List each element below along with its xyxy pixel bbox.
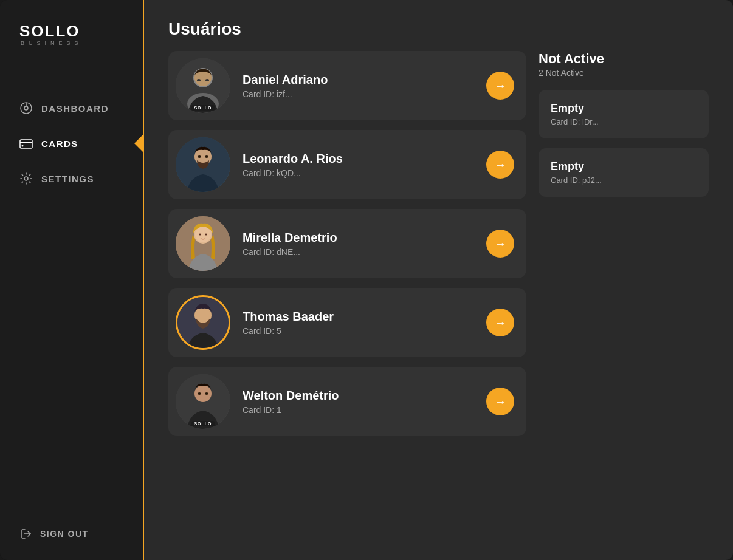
svg-point-30 [194,385,212,402]
sidebar-item-cards[interactable]: CARDS [0,128,143,159]
svg-rect-6 [20,142,32,143]
user-cardid-welton: Card ID: 1 [243,405,474,415]
avatar-welton: SOLLO [176,374,230,429]
sidebar-bottom: SIGN OUT [0,513,143,560]
user-card-mirella[interactable]: Mirella Demetrio Card ID: dNE... → [168,209,526,278]
page-title: Usuários [168,19,709,39]
arrow-icon-leonardo: → [494,158,506,172]
svg-text:BUSINESS: BUSINESS [21,40,83,46]
svg-rect-5 [20,140,32,148]
avatar-thomas [176,295,230,350]
user-card-leonardo[interactable]: Leonardo A. Rios Card ID: kQD... → [168,130,526,199]
arrow-button-welton[interactable]: → [486,388,514,415]
arrow-icon-mirella: → [494,237,506,251]
svg-point-7 [22,145,24,147]
user-info-thomas: Thomas Baader Card ID: 5 [243,310,474,336]
settings-label: SETTINGS [41,174,94,184]
settings-icon [19,172,33,185]
svg-point-32 [205,392,208,395]
svg-point-24 [195,227,211,242]
user-name-thomas: Thomas Baader [243,310,474,324]
user-card-thomas[interactable]: Thomas Baader Card ID: 5 → [168,288,526,357]
svg-point-25 [199,234,201,236]
main-content: Usuários [144,0,733,560]
svg-text:SOLLO: SOLLO [19,22,80,40]
user-name-daniel: Daniel Adriano [243,73,474,87]
avatar-mirella [176,216,230,271]
user-info-daniel: Daniel Adriano Card ID: izf... [243,73,474,99]
empty-card-id-2: Card ID: pJ2... [551,176,697,185]
svg-point-20 [205,155,208,158]
avatar-leonardo [176,137,230,192]
sidebar-item-dashboard[interactable]: DASHBOARD [0,93,143,123]
cards-icon [19,137,33,150]
empty-card-2[interactable]: Empty Card ID: pJ2... [539,148,709,197]
user-cardid-leonardo: Card ID: kQD... [243,168,474,178]
signout-label: SIGN OUT [40,529,89,539]
svg-point-18 [194,148,212,165]
user-info-mirella: Mirella Demetrio Card ID: dNE... [243,231,474,257]
empty-card-1[interactable]: Empty Card ID: lDr... [539,90,709,138]
user-card-daniel[interactable]: SOLLO Daniel Adriano Card ID: izf... → [168,51,526,120]
not-active-title: Not Active [539,51,709,67]
signout-button[interactable]: SIGN OUT [19,527,128,541]
user-cardid-thomas: Card ID: 5 [243,326,474,336]
user-name-welton: Welton Demétrio [243,389,474,403]
svg-point-8 [24,177,28,180]
user-info-leonardo: Leonardo A. Rios Card ID: kQD... [243,152,474,178]
arrow-button-daniel[interactable]: → [486,72,514,100]
svg-point-26 [205,234,207,236]
sidebar-nav: DASHBOARD CARDS [0,69,143,513]
signout-icon [19,527,33,541]
logo-text: SOLLO BUSINESS [19,19,105,49]
avatar-daniel: SOLLO [176,58,230,113]
user-cardid-mirella: Card ID: dNE... [243,247,474,257]
sidebar-item-settings[interactable]: SETTINGS [0,163,143,194]
user-card-welton[interactable]: SOLLO Welton Demétrio Card ID: 1 → [168,367,526,436]
empty-card-title-1: Empty [551,102,697,115]
svg-point-16 [205,79,209,81]
arrow-button-mirella[interactable]: → [486,230,514,258]
svg-point-15 [197,79,201,81]
user-cardid-daniel: Card ID: izf... [243,89,474,99]
user-name-mirella: Mirella Demetrio [243,231,474,245]
right-panel: Not Active 2 Not Active Empty Card ID: l… [539,51,709,548]
arrow-button-thomas[interactable]: → [486,309,514,336]
arrow-button-leonardo[interactable]: → [486,151,514,179]
arrow-icon-welton: → [494,395,506,409]
cards-label: CARDS [41,138,78,149]
svg-point-3 [24,106,28,110]
not-active-count: 2 Not Active [539,68,709,78]
user-name-leonardo: Leonardo A. Rios [243,152,474,166]
dashboard-icon [19,101,33,115]
users-list: SOLLO Daniel Adriano Card ID: izf... → [168,51,539,548]
content-area: SOLLO Daniel Adriano Card ID: izf... → [144,51,733,560]
empty-card-id-1: Card ID: lDr... [551,117,697,126]
not-active-header: Not Active 2 Not Active [539,51,709,78]
dashboard-label: DASHBOARD [41,103,109,114]
page-header: Usuários [144,0,733,51]
user-info-welton: Welton Demétrio Card ID: 1 [243,389,474,415]
svg-point-31 [198,392,201,395]
logo-area: SOLLO BUSINESS [0,0,143,69]
svg-point-19 [198,155,201,158]
sidebar: SOLLO BUSINESS DASHBOARD [0,0,143,560]
arrow-icon-thomas: → [494,316,506,330]
arrow-icon-daniel: → [494,79,506,93]
app-wrapper: SOLLO BUSINESS DASHBOARD [0,0,733,560]
empty-card-title-2: Empty [551,160,697,173]
